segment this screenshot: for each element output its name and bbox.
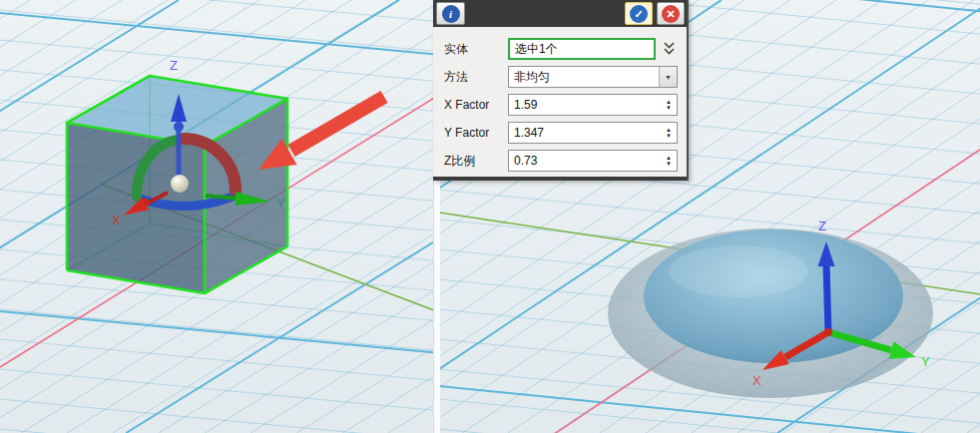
- axis-label-y: Y: [276, 196, 285, 211]
- x-factor-stepper[interactable]: ▲▼: [661, 95, 677, 115]
- triad-origin: [824, 328, 832, 336]
- dialog-body: 实体 选中1个 方法 非均匀 ▼ X Fac: [433, 27, 687, 175]
- y-factor-value: 1.347: [509, 126, 661, 140]
- entity-row: 实体 选中1个: [433, 35, 687, 63]
- axis-label-x: X: [752, 373, 761, 388]
- triad-z-shaft: [826, 264, 828, 332]
- y-factor-row: Y Factor 1.347 ▲▼: [433, 119, 687, 147]
- info-icon: i: [442, 5, 460, 23]
- cancel-button[interactable]: ✕: [657, 2, 685, 25]
- entity-label: 实体: [444, 41, 508, 58]
- ellipsoid-highlight: [669, 245, 808, 297]
- y-factor-label: Y Factor: [444, 126, 508, 140]
- dialog-bottom-bar: [433, 177, 687, 181]
- info-button[interactable]: i: [436, 2, 465, 25]
- double-chevron-down-icon: [663, 42, 676, 56]
- z-scale-label: Z比例: [444, 153, 508, 170]
- z-scale-stepper[interactable]: ▲▼: [661, 151, 677, 171]
- scaled-ellipsoid-body[interactable]: [608, 228, 933, 398]
- z-scale-row: Z比例 0.73 ▲▼: [433, 147, 687, 175]
- axis-label-z: Z: [170, 58, 178, 73]
- x-factor-label: X Factor: [444, 98, 508, 112]
- dropdown-arrow-icon[interactable]: ▼: [659, 67, 677, 87]
- y-factor-input[interactable]: 1.347 ▲▼: [508, 122, 678, 144]
- z-scale-value: 0.73: [509, 154, 661, 168]
- check-icon: ✓: [630, 5, 648, 23]
- gizmo-center-sphere[interactable]: [171, 175, 189, 193]
- dialog-header[interactable]: i ✓ ✕: [433, 0, 687, 27]
- entity-value: 选中1个: [510, 41, 654, 58]
- axis-label-y: Y: [921, 354, 930, 369]
- stepper-down-icon[interactable]: ▼: [666, 133, 672, 139]
- stepper-down-icon[interactable]: ▼: [666, 105, 672, 111]
- z-scale-input[interactable]: 0.73 ▲▼: [508, 150, 678, 172]
- cad-application-window: Z X Y: [0, 0, 980, 433]
- method-label: 方法: [444, 69, 508, 86]
- axis-label-z: Z: [818, 218, 826, 233]
- ok-button[interactable]: ✓: [625, 2, 653, 25]
- stepper-down-icon[interactable]: ▼: [666, 161, 672, 167]
- expand-selection-button[interactable]: [661, 39, 677, 59]
- x-factor-input[interactable]: 1.59 ▲▼: [508, 94, 678, 116]
- y-factor-stepper[interactable]: ▲▼: [661, 123, 677, 143]
- x-factor-value: 1.59: [509, 98, 661, 112]
- x-factor-row: X Factor 1.59 ▲▼: [433, 91, 687, 119]
- viewport-before-scale[interactable]: Z X Y: [0, 0, 433, 433]
- axis-label-x: X: [112, 213, 121, 227]
- method-row: 方法 非均匀 ▼: [433, 63, 687, 91]
- close-icon: ✕: [662, 5, 680, 23]
- method-value: 非均匀: [509, 69, 659, 86]
- scale-dialog: i ✓ ✕ 实体 选中1个: [433, 0, 689, 181]
- entity-field[interactable]: 选中1个: [508, 38, 656, 60]
- method-dropdown[interactable]: 非均匀 ▼: [508, 66, 678, 88]
